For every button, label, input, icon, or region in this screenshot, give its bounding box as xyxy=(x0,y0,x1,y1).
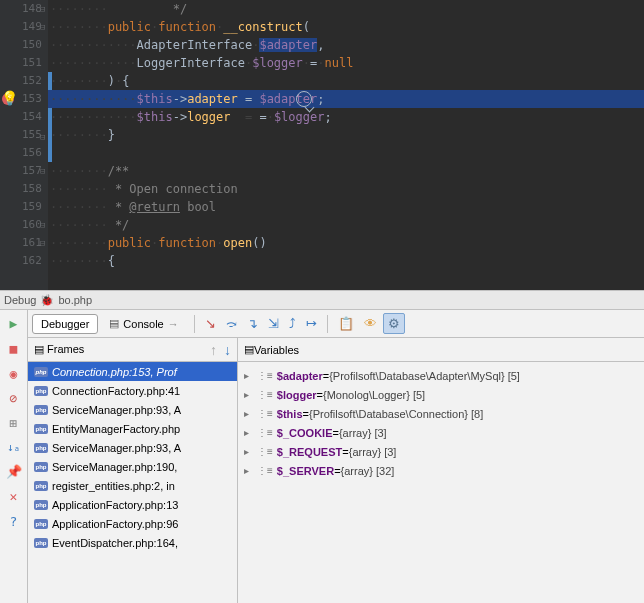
gutter-markers: 💡 xyxy=(0,0,18,290)
frame-item[interactable]: phpEntityManagerFactory.php xyxy=(28,419,237,438)
close-icon[interactable]: ✕ xyxy=(10,489,18,504)
variables-panel: ▤ Variables ▸⋮≡$adapter = {Profilsoft\Da… xyxy=(238,338,644,603)
frame-down-icon[interactable]: ↓ xyxy=(224,342,231,358)
php-file-icon: php xyxy=(34,367,48,377)
settings-icon[interactable]: ⚙ xyxy=(383,313,405,334)
frame-item[interactable]: phpServiceManager.php:190, xyxy=(28,457,237,476)
php-file-icon: php xyxy=(34,538,48,548)
frame-item[interactable]: phpConnectionFactory.php:41 xyxy=(28,381,237,400)
code-area[interactable]: ⊟········ */ ⊟········public·function·__… xyxy=(48,0,644,290)
force-step-icon[interactable]: ⇲ xyxy=(264,314,283,333)
variable-item[interactable]: ▸⋮≡$_SERVER = {array} [32] xyxy=(240,461,642,480)
layout-icon[interactable]: ⊞ xyxy=(10,416,18,431)
help-icon[interactable]: ? xyxy=(10,514,18,529)
variables-list: ▸⋮≡$adapter = {Profilsoft\Database\Adapt… xyxy=(238,362,644,603)
mute-icon[interactable]: ⊘ xyxy=(10,391,18,406)
debug-panel: ▶ ■ ◉ ⊘ ⊞ ↓ₐ 📌 ✕ ? Debugger ▤Console→ ↘ … xyxy=(0,310,644,603)
php-file-icon: php xyxy=(34,405,48,415)
stop-icon[interactable]: ■ xyxy=(10,341,18,356)
intention-bulb-icon[interactable]: 💡 xyxy=(1,90,18,106)
code-editor: 💡 148 149 150 151 152 153 154 155 156 15… xyxy=(0,0,644,290)
php-file-icon: php xyxy=(34,424,48,434)
pin-icon[interactable]: 📌 xyxy=(6,464,22,479)
debug-side-toolbar: ▶ ■ ◉ ⊘ ⊞ ↓ₐ 📌 ✕ ? xyxy=(0,310,28,603)
watch-icon[interactable]: 👁 xyxy=(360,314,381,333)
debugger-tab[interactable]: Debugger xyxy=(32,314,98,334)
frames-list: phpConnection.php:153, Prof phpConnectio… xyxy=(28,362,237,603)
frame-up-icon[interactable]: ↑ xyxy=(210,342,217,358)
php-file-icon: php xyxy=(34,386,48,396)
frames-panel: ▤ Frames ↑ ↓ phpConnection.php:153, Prof… xyxy=(28,338,238,603)
debug-toolbar: Debugger ▤Console→ ↘ ⤼ ↴ ⇲ ⤴ ↦ 📋 👁 ⚙ xyxy=(28,310,644,338)
php-file-icon: php xyxy=(34,462,48,472)
show-execution-icon[interactable]: ↘ xyxy=(201,314,220,333)
php-file-icon: php xyxy=(34,519,48,529)
frame-item[interactable]: phpEventDispatcher.php:164, xyxy=(28,533,237,552)
frame-item[interactable]: phpApplicationFactory.php:96 xyxy=(28,514,237,533)
sort-icon[interactable]: ↓ₐ xyxy=(7,441,20,454)
debug-tab-label[interactable]: Debug xyxy=(4,294,36,306)
run-to-cursor-icon[interactable]: ↦ xyxy=(302,314,321,333)
frame-item[interactable]: phpregister_entities.php:2, in xyxy=(28,476,237,495)
bug-icon: 🐞 xyxy=(40,294,54,307)
frame-item[interactable]: phpServiceManager.php:93, A xyxy=(28,438,237,457)
php-file-icon: php xyxy=(34,443,48,453)
variable-item[interactable]: ▸⋮≡$logger = {Monolog\Logger} [5] xyxy=(240,385,642,404)
console-tab[interactable]: ▤Console→ xyxy=(100,313,187,334)
step-out-icon[interactable]: ⤴ xyxy=(285,314,300,333)
variable-item[interactable]: ▸⋮≡$_COOKIE = {array} [3] xyxy=(240,423,642,442)
frames-header: ▤ Frames ↑ ↓ xyxy=(28,338,237,362)
php-file-icon: php xyxy=(34,500,48,510)
step-over-icon[interactable]: ⤼ xyxy=(222,314,241,333)
evaluate-icon[interactable]: 📋 xyxy=(334,314,358,333)
variable-item[interactable]: ▸⋮≡$_REQUEST = {array} [3] xyxy=(240,442,642,461)
variable-item[interactable]: ▸⋮≡$this = {Profilsoft\Database\Connecti… xyxy=(240,404,642,423)
php-file-icon: php xyxy=(34,481,48,491)
step-into-icon[interactable]: ↴ xyxy=(243,314,262,333)
variable-item[interactable]: ▸⋮≡$adapter = {Profilsoft\Database\Adapt… xyxy=(240,366,642,385)
frame-item[interactable]: phpServiceManager.php:93, A xyxy=(28,400,237,419)
resume-icon[interactable]: ▶ xyxy=(10,316,18,331)
debug-file-label[interactable]: bo.php xyxy=(58,294,92,306)
breakpoints-icon[interactable]: ◉ xyxy=(10,366,18,381)
debug-tab-bar: Debug 🐞 bo.php xyxy=(0,290,644,310)
frame-item[interactable]: phpApplicationFactory.php:13 xyxy=(28,495,237,514)
frame-item[interactable]: phpConnection.php:153, Prof xyxy=(28,362,237,381)
variables-header: ▤ Variables xyxy=(238,338,644,362)
